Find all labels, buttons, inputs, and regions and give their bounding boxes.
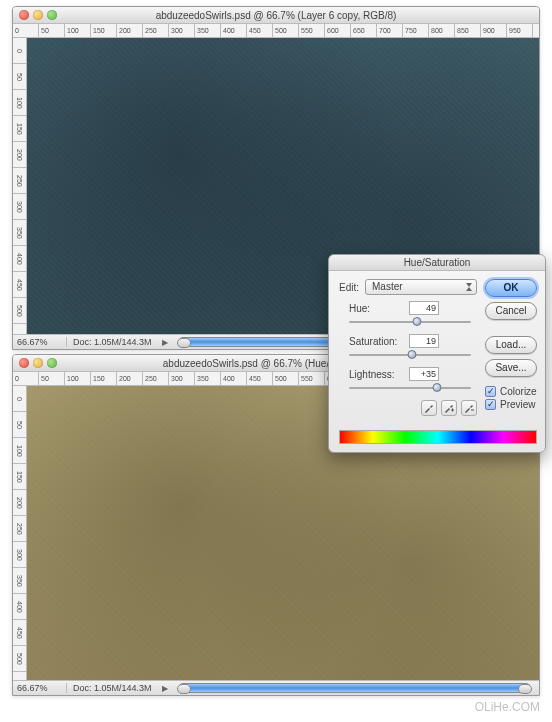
ruler-tick: 150 xyxy=(13,116,26,142)
titlebar[interactable]: abduzeedoSwirls.psd @ 66.7% (Layer 6 cop… xyxy=(13,7,539,24)
ruler-tick: 0 xyxy=(13,386,26,412)
ruler-tick: 150 xyxy=(13,464,26,490)
ruler-tick: 50 xyxy=(13,64,26,90)
saturation-field[interactable]: 19 xyxy=(409,334,439,348)
ruler-tick: 900 xyxy=(481,24,507,37)
ruler-tick: 400 xyxy=(221,24,247,37)
eyedropper-icon[interactable] xyxy=(421,400,437,416)
ruler-tick: 450 xyxy=(13,620,26,646)
ruler-tick: 350 xyxy=(195,372,221,385)
ruler-tick: 350 xyxy=(13,220,26,246)
ruler-tick: 300 xyxy=(13,194,26,220)
edit-label: Edit: xyxy=(339,282,359,293)
ruler-tick: 650 xyxy=(351,24,377,37)
ruler-tick: 250 xyxy=(143,24,169,37)
ruler-tick: 100 xyxy=(13,438,26,464)
info-menu-icon[interactable]: ▶ xyxy=(162,684,168,693)
ruler-tick: 400 xyxy=(221,372,247,385)
ruler-tick: 150 xyxy=(91,24,117,37)
status-bar: 66.67% Doc: 1.05M/144.3M ▶ xyxy=(13,680,539,695)
ruler-tick: 300 xyxy=(169,24,195,37)
ruler-vertical: 050100150200250300350400450500 xyxy=(13,386,27,680)
ruler-tick: 100 xyxy=(65,372,91,385)
ruler-tick: 50 xyxy=(39,372,65,385)
close-icon[interactable] xyxy=(19,358,29,368)
save-button[interactable]: Save... xyxy=(485,359,537,377)
ok-button[interactable]: OK xyxy=(485,279,537,297)
ruler-tick: 350 xyxy=(13,568,26,594)
document-info: Doc: 1.05M/144.3M xyxy=(73,337,156,347)
lightness-slider[interactable] xyxy=(349,383,471,393)
cancel-button[interactable]: Cancel xyxy=(485,302,537,320)
hue-slider[interactable] xyxy=(349,317,471,327)
ruler-tick: 250 xyxy=(143,372,169,385)
close-icon[interactable] xyxy=(19,10,29,20)
ruler-tick: 250 xyxy=(13,516,26,542)
ruler-tick: 600 xyxy=(325,24,351,37)
checkbox-checked-icon: ✓ xyxy=(485,399,496,410)
lightness-field[interactable]: +35 xyxy=(409,367,439,381)
window-controls xyxy=(19,358,57,368)
ruler-tick: 400 xyxy=(13,246,26,272)
ruler-tick: 350 xyxy=(195,24,221,37)
minimize-icon[interactable] xyxy=(33,358,43,368)
ruler-tick: 50 xyxy=(39,24,65,37)
zoom-level[interactable]: 66.67% xyxy=(17,683,67,693)
edit-dropdown[interactable]: Master xyxy=(365,279,477,295)
ruler-tick: 300 xyxy=(13,542,26,568)
preview-label: Preview xyxy=(500,399,536,410)
ruler-tick: 150 xyxy=(91,372,117,385)
eyedropper-add-icon[interactable] xyxy=(441,400,457,416)
colorize-label: Colorize xyxy=(500,386,537,397)
minimize-icon[interactable] xyxy=(33,10,43,20)
ruler-tick: 500 xyxy=(273,24,299,37)
ruler-tick: 800 xyxy=(429,24,455,37)
ruler-tick: 300 xyxy=(169,372,195,385)
ruler-tick: 450 xyxy=(247,24,273,37)
ruler-tick: 950 xyxy=(507,24,533,37)
dialog-title: Hue/Saturation xyxy=(329,255,545,271)
ruler-tick: 500 xyxy=(13,298,26,324)
zoom-icon[interactable] xyxy=(47,10,57,20)
hue-label: Hue: xyxy=(349,303,405,314)
info-menu-icon[interactable]: ▶ xyxy=(162,338,168,347)
ruler-tick: 550 xyxy=(299,372,325,385)
ruler-tick: 700 xyxy=(377,24,403,37)
ruler-tick: 200 xyxy=(13,142,26,168)
ruler-tick: 500 xyxy=(273,372,299,385)
horizontal-scrollbar[interactable] xyxy=(178,683,531,693)
zoom-icon[interactable] xyxy=(47,358,57,368)
ruler-tick: 50 xyxy=(13,412,26,438)
ruler-tick: 450 xyxy=(247,372,273,385)
ruler-tick: 200 xyxy=(117,24,143,37)
saturation-slider[interactable] xyxy=(349,350,471,360)
lightness-label: Lightness: xyxy=(349,369,405,380)
zoom-level[interactable]: 66.67% xyxy=(17,337,67,347)
color-spectrum xyxy=(339,430,537,444)
window-title: abduzeedoSwirls.psd @ 66.7% (Layer 6 cop… xyxy=(156,10,397,21)
ruler-tick: 450 xyxy=(13,272,26,298)
document-info: Doc: 1.05M/144.3M xyxy=(73,683,156,693)
ruler-tick: 550 xyxy=(299,24,325,37)
ruler-tick: 850 xyxy=(455,24,481,37)
load-button[interactable]: Load... xyxy=(485,336,537,354)
colorize-checkbox[interactable]: ✓ Colorize xyxy=(485,386,537,397)
eyedropper-subtract-icon[interactable] xyxy=(461,400,477,416)
saturation-label: Saturation: xyxy=(349,336,405,347)
edit-dropdown-value: Master xyxy=(372,281,403,292)
ruler-tick: 0 xyxy=(13,24,39,37)
preview-checkbox[interactable]: ✓ Preview xyxy=(485,399,536,410)
ruler-tick: 200 xyxy=(13,490,26,516)
hue-field[interactable]: 49 xyxy=(409,301,439,315)
ruler-tick: 100 xyxy=(13,90,26,116)
hue-saturation-dialog: Hue/Saturation Edit: Master Hue: 49 Satu… xyxy=(328,254,546,453)
ruler-tick: 0 xyxy=(13,38,26,64)
ruler-tick: 250 xyxy=(13,168,26,194)
ruler-tick: 500 xyxy=(13,646,26,672)
checkbox-checked-icon: ✓ xyxy=(485,386,496,397)
ruler-tick: 200 xyxy=(117,372,143,385)
ruler-tick: 400 xyxy=(13,594,26,620)
ruler-tick: 0 xyxy=(13,372,39,385)
ruler-tick: 100 xyxy=(65,24,91,37)
watermark: OLiHe.COM xyxy=(475,700,540,714)
